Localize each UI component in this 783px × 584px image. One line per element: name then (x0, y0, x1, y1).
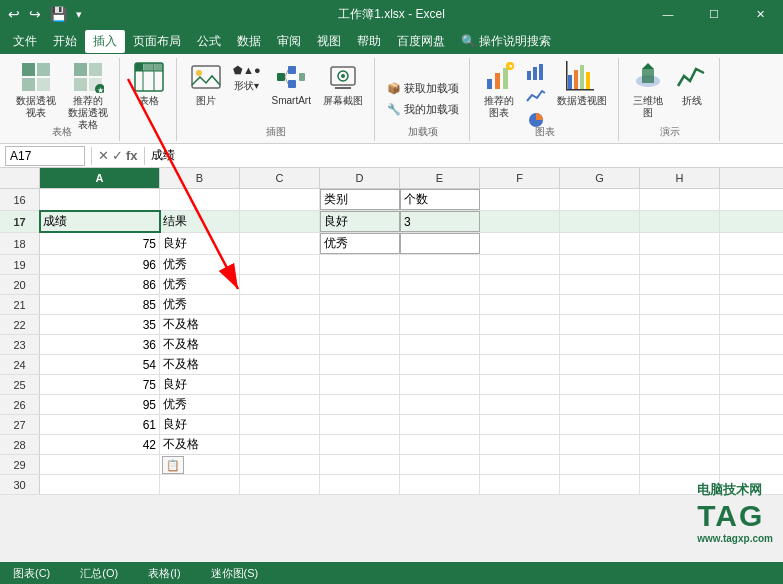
cell-a22[interactable]: 35 (40, 315, 160, 334)
cell-d20[interactable] (320, 275, 400, 294)
menu-home[interactable]: 开始 (45, 30, 85, 53)
cell-b26[interactable]: 优秀 (160, 395, 240, 414)
cell-d16[interactable]: 类别 (320, 189, 400, 210)
cell-b17[interactable]: 结果 (160, 211, 240, 232)
cell-c17[interactable] (240, 211, 320, 232)
shapes-btn[interactable]: ⬟▲● 形状▾ (229, 58, 265, 94)
paste-icon[interactable]: 📋 (162, 456, 184, 474)
cell-e20[interactable] (400, 275, 480, 294)
cell-f24[interactable] (480, 355, 560, 374)
cell-h27[interactable] (640, 415, 720, 434)
cell-d24[interactable] (320, 355, 400, 374)
cell-d18[interactable]: 优秀 (320, 233, 400, 254)
cell-f18[interactable] (480, 233, 560, 254)
cell-g30[interactable] (560, 475, 640, 494)
3d-map-btn[interactable]: 三维地图 (627, 58, 669, 122)
cell-b29[interactable]: 📋 (160, 455, 240, 474)
cell-c24[interactable] (240, 355, 320, 374)
cell-a28[interactable]: 42 (40, 435, 160, 454)
cell-a25[interactable]: 75 (40, 375, 160, 394)
cell-e27[interactable] (400, 415, 480, 434)
cell-c27[interactable] (240, 415, 320, 434)
bar-chart-btn[interactable] (522, 61, 550, 83)
cell-c16[interactable] (240, 189, 320, 210)
cell-d23[interactable] (320, 335, 400, 354)
cell-a21[interactable]: 85 (40, 295, 160, 314)
cell-c29[interactable] (240, 455, 320, 474)
status-tab-table[interactable]: 表格(I) (143, 564, 185, 583)
cell-g27[interactable] (560, 415, 640, 434)
my-addins-btn[interactable]: 🔧 我的加载项 (383, 100, 463, 119)
cell-c28[interactable] (240, 435, 320, 454)
recommended-charts-btn[interactable]: ★ 推荐的图表 (478, 58, 520, 122)
cell-f25[interactable] (480, 375, 560, 394)
cell-g20[interactable] (560, 275, 640, 294)
cell-a18[interactable]: 75 (40, 233, 160, 254)
cell-a17[interactable]: 成绩 (40, 211, 160, 232)
menu-formula[interactable]: 公式 (189, 30, 229, 53)
cell-b18[interactable]: 良好 (160, 233, 240, 254)
smartart-btn[interactable]: SmartArt (267, 58, 316, 110)
get-addins-btn[interactable]: 📦 获取加载项 (383, 79, 463, 98)
name-box[interactable]: A17 (5, 146, 85, 166)
cell-a30[interactable] (40, 475, 160, 494)
pivot-chart-btn[interactable]: 数据透视图 (552, 58, 612, 110)
cell-g25[interactable] (560, 375, 640, 394)
cell-h18[interactable] (640, 233, 720, 254)
cell-h26[interactable] (640, 395, 720, 414)
cell-d26[interactable] (320, 395, 400, 414)
menu-layout[interactable]: 页面布局 (125, 30, 189, 53)
cell-a20[interactable]: 86 (40, 275, 160, 294)
menu-review[interactable]: 审阅 (269, 30, 309, 53)
col-header-c[interactable]: C (240, 168, 320, 188)
cell-h24[interactable] (640, 355, 720, 374)
col-header-e[interactable]: E (400, 168, 480, 188)
open-btn[interactable]: ▾ (73, 6, 85, 23)
cell-e17[interactable]: 3 (400, 211, 480, 232)
cell-f27[interactable] (480, 415, 560, 434)
cell-c30[interactable] (240, 475, 320, 494)
save-btn[interactable]: 💾 (47, 4, 70, 24)
cell-b21[interactable]: 优秀 (160, 295, 240, 314)
col-header-b[interactable]: B (160, 168, 240, 188)
insert-function-icon[interactable]: fx (126, 148, 138, 163)
table-btn[interactable]: 表格 (128, 58, 170, 110)
cell-b16[interactable] (160, 189, 240, 210)
cell-c20[interactable] (240, 275, 320, 294)
close-btn[interactable]: ✕ (737, 0, 783, 28)
cell-c19[interactable] (240, 255, 320, 274)
menu-help[interactable]: 帮助 (349, 30, 389, 53)
cell-h28[interactable] (640, 435, 720, 454)
cell-h21[interactable] (640, 295, 720, 314)
cell-h29[interactable] (640, 455, 720, 474)
cell-a16[interactable] (40, 189, 160, 210)
status-tab-sparkline[interactable]: 迷你图(S) (206, 564, 264, 583)
cell-a19[interactable]: 96 (40, 255, 160, 274)
cell-f30[interactable] (480, 475, 560, 494)
cell-e18[interactable] (400, 233, 480, 254)
sparkline-btn[interactable]: 折线 (671, 58, 713, 110)
formula-input[interactable] (151, 149, 778, 163)
col-header-d[interactable]: D (320, 168, 400, 188)
status-tab-summary[interactable]: 汇总(O) (75, 564, 123, 583)
cell-h17[interactable] (640, 211, 720, 232)
cell-f19[interactable] (480, 255, 560, 274)
cell-d19[interactable] (320, 255, 400, 274)
cell-e24[interactable] (400, 355, 480, 374)
cell-d30[interactable] (320, 475, 400, 494)
cell-g28[interactable] (560, 435, 640, 454)
cell-c26[interactable] (240, 395, 320, 414)
minimize-btn[interactable]: — (645, 0, 691, 28)
cell-b28[interactable]: 不及格 (160, 435, 240, 454)
cell-g23[interactable] (560, 335, 640, 354)
cell-e22[interactable] (400, 315, 480, 334)
maximize-btn[interactable]: ☐ (691, 0, 737, 28)
menu-baidu[interactable]: 百度网盘 (389, 30, 453, 53)
cell-g18[interactable] (560, 233, 640, 254)
cell-b22[interactable]: 不及格 (160, 315, 240, 334)
cell-b23[interactable]: 不及格 (160, 335, 240, 354)
cell-f21[interactable] (480, 295, 560, 314)
cell-h25[interactable] (640, 375, 720, 394)
cell-c23[interactable] (240, 335, 320, 354)
cell-d22[interactable] (320, 315, 400, 334)
